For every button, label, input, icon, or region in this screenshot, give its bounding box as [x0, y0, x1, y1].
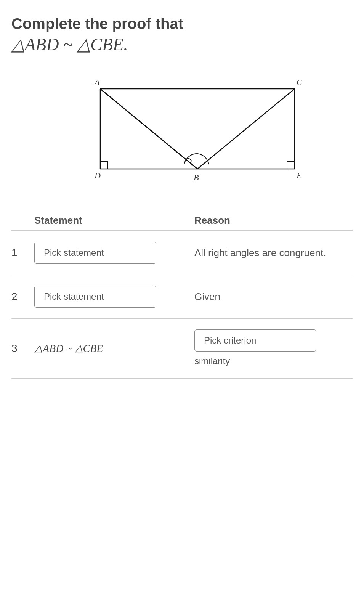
title-section: Complete the proof that △ABD ~ △CBE. — [11, 15, 353, 55]
geometry-diagram: A B C D E — [58, 66, 306, 188]
row-2-statement: Pick statement — [34, 286, 194, 308]
pick-statement-button-1[interactable]: Pick statement — [34, 242, 156, 264]
col-statement-header: Statement — [34, 215, 194, 226]
proof-row-2: 2 Pick statement Given — [11, 275, 353, 319]
reason-header-label: Reason — [194, 215, 230, 226]
pick-criterion-button[interactable]: Pick criterion — [194, 329, 316, 352]
title-line1: Complete the proof that — [11, 15, 353, 32]
pick-statement-button-2[interactable]: Pick statement — [34, 286, 156, 308]
table-header: Statement Reason — [11, 211, 353, 231]
row-3-statement: △ABD ~ △CBE — [34, 342, 194, 355]
proof-table: Statement Reason 1 Pick statement All ri… — [11, 211, 353, 379]
row-2-number: 2 — [11, 291, 34, 303]
row-1-reason: All right angles are congruent. — [194, 246, 353, 260]
svg-text:C: C — [297, 77, 302, 87]
proof-row-1: 1 Pick statement All right angles are co… — [11, 231, 353, 275]
similarity-label: similarity — [194, 355, 230, 368]
row-1-reason-text: All right angles are congruent. — [194, 247, 326, 259]
page-container: Complete the proof that △ABD ~ △CBE. — [0, 0, 364, 394]
svg-line-5 — [100, 89, 197, 169]
title-line2: △ABD ~ △CBE. — [11, 34, 353, 55]
row-1-number: 1 — [11, 247, 34, 259]
row-3-statement-text: △ABD ~ △CBE — [34, 342, 103, 354]
svg-line-6 — [197, 89, 295, 169]
svg-rect-7 — [100, 161, 108, 169]
svg-text:E: E — [296, 171, 302, 180]
svg-rect-8 — [287, 161, 295, 169]
svg-text:A: A — [94, 77, 100, 87]
col-reason-header: Reason — [194, 215, 353, 226]
proof-row-3: 3 △ABD ~ △CBE Pick criterion similarity — [11, 319, 353, 379]
diagram-container: A B C D E — [11, 66, 353, 188]
row-2-reason-text: Given — [194, 291, 220, 302]
row-3-reason: Pick criterion similarity — [194, 329, 353, 368]
svg-text:D: D — [94, 171, 101, 180]
svg-text:B: B — [194, 173, 199, 182]
row-2-reason: Given — [194, 290, 353, 304]
col-num-header — [11, 215, 34, 226]
statement-header-label: Statement — [34, 215, 82, 226]
row-1-statement: Pick statement — [34, 242, 194, 264]
row-3-number: 3 — [11, 342, 34, 355]
